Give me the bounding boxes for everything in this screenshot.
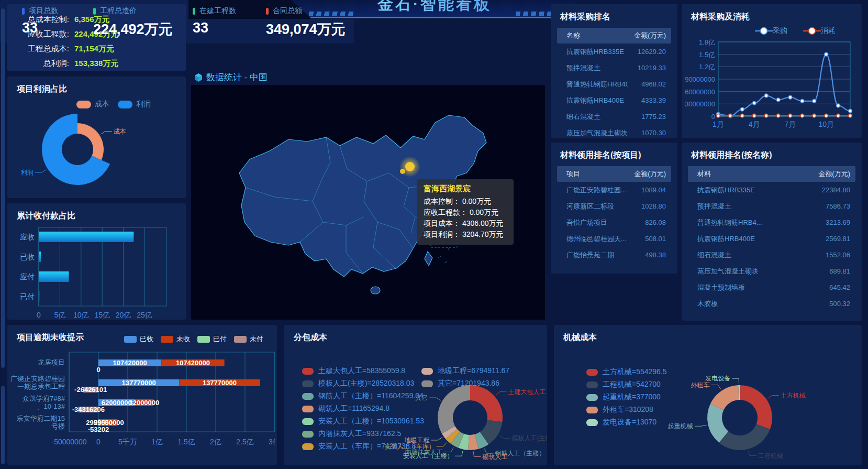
svg-text:应付: 应付 <box>20 272 35 281</box>
pie-slice-其它[interactable] <box>438 385 470 433</box>
bar-应收[interactable] <box>39 232 133 242</box>
pie-label-line <box>496 392 507 396</box>
svg-text:1月: 1月 <box>713 120 724 128</box>
legend-item-工程机械[interactable]: 工程机械=542700 <box>586 378 667 391</box>
map-title-text: 数据统计 - 中国 <box>206 71 268 83</box>
profit-legend: 成本利润 <box>76 100 159 109</box>
legend-item-钢筋人工（主楼）[interactable]: 钢筋人工（主楼）=11604259.04 <box>302 390 424 402</box>
svg-text:1.8亿: 1.8亿 <box>699 38 715 46</box>
stat-label: 在建工程数 <box>199 6 236 16</box>
svg-text:1.2亿: 1.2亿 <box>699 63 715 71</box>
left-edge-decoration-2 <box>1 386 5 464</box>
legend-item-土方机械[interactable]: 土方机械=554296.5 <box>586 366 667 378</box>
legend-item-内墙抹灰人工[interactable]: 内墙抹灰人工=9337162.5 <box>302 428 424 440</box>
project-marker-small[interactable] <box>400 169 405 174</box>
pie-slice-工程机械[interactable] <box>719 424 770 450</box>
pie-label-line <box>695 425 707 426</box>
legend-item-土建大包人工[interactable]: 土建大包人工=58355059.8 <box>302 365 424 377</box>
svg-text:32000000: 32000000 <box>129 399 159 407</box>
svg-text:62000000: 62000000 <box>102 399 132 407</box>
panel-title: 材料领用排名(按项目) <box>551 143 677 161</box>
legend-swatch-icon <box>302 380 314 387</box>
table-row: 广饶正安路碧桂园...1089.04 <box>557 182 671 198</box>
legend-item-安装人工（车库）[interactable]: 安装人工（车库）=7428738.8 <box>302 440 424 453</box>
legend-item-已收[interactable]: 已收 <box>124 334 161 344</box>
overdue-bar-chart[interactable]: -5000000005千万1亿1.5亿2亿2.5亿3亿龙居项目107420000… <box>10 348 275 463</box>
legend-item-成本[interactable]: 成本 <box>76 100 118 109</box>
svg-text:-26426101: -26426101 <box>74 386 107 394</box>
legend-swatch-icon <box>421 368 433 375</box>
legend-swatch-icon <box>586 407 598 413</box>
china-map-panel[interactable]: 富海西湖景宸 成本控制： 0.00万元应收工程款： 0.00万元项目成本： 43… <box>191 85 545 320</box>
pie-label: 土方机械 <box>781 392 806 399</box>
pie-label-line <box>101 132 112 134</box>
table-row: 普通热轧钢筋HRB4...3213.69 <box>688 214 855 231</box>
table-row: 吾悦广场项目826.08 <box>557 214 671 231</box>
table-row: 预拌混凝土7586.73 <box>688 198 855 214</box>
stat-项目总数: 项目总数33 <box>22 6 58 36</box>
stat-工程总造价: 工程总造价224,492万元 <box>93 6 173 39</box>
pie-label: 模板人工(主楼) <box>512 434 547 442</box>
pie-slice-成本[interactable] <box>77 123 104 160</box>
subcontract-legend-col1: 土建大包人工=58355059.8模板人工(主楼)=28520318.03钢筋人… <box>302 365 424 453</box>
pie-label-line <box>732 378 739 384</box>
svg-text:龙居项目: 龙居项目 <box>38 358 65 366</box>
legend-item-发电设备[interactable]: 发电设备=13070 <box>586 416 667 429</box>
kpi-label: 总利润: <box>7 59 69 69</box>
legend-item-采购[interactable]: 采购 <box>755 26 796 36</box>
left-edge-decoration <box>1 8 5 368</box>
purchase-rank-table: 名称金额(万元)抗震钢筋HRB335E12629.20预拌混凝土10219.33… <box>557 28 671 141</box>
purchase-consume-legend: 采购消耗 <box>755 26 851 36</box>
pie-slice-土建大包人工[interactable] <box>470 385 503 422</box>
legend-swatch-icon <box>302 406 314 412</box>
table-row: 混凝土预制墙板645.42 <box>688 279 855 296</box>
purchase-consume-line-chart[interactable]: 03000000060000000900000001.2亿1.5亿1.8亿1月4… <box>685 37 860 136</box>
panel-title: 机械成本 <box>554 325 862 343</box>
overdue-panel: 项目逾期未收提示 已收未收已付未付 -5000000005千万1亿1.5亿2亿2… <box>7 325 277 465</box>
line-series-采购[interactable] <box>718 54 850 116</box>
svg-text:-53202: -53202 <box>88 426 109 433</box>
bar-已付[interactable] <box>39 291 39 302</box>
table-row: 普通热轧钢筋HRB4004968.02 <box>557 76 671 92</box>
table-row: 预拌混凝土10219.33 <box>557 60 671 76</box>
legend-item-模板人工(主楼)[interactable]: 模板人工(主楼)=28520318.03 <box>302 377 424 390</box>
pie-label-line <box>711 385 721 389</box>
legend-item-外租车[interactable]: 外租车=310208 <box>586 403 667 416</box>
legend-item-起重机械[interactable]: 起重机械=377000 <box>586 391 667 403</box>
table-row: 抗震钢筋HRB335E12629.20 <box>557 43 671 60</box>
pie-label: 砌筑人工 <box>482 453 507 461</box>
kpi-row: 工程总成本:71,154万元 <box>7 42 186 56</box>
usage-by-project-table: 项目金额(万元)广饶正安路碧桂园...1089.04河康新区二标段1028.80… <box>557 166 671 263</box>
legend-item-未付[interactable]: 未付 <box>234 334 271 344</box>
legend-swatch-icon <box>124 336 137 343</box>
pie-slice-土方机械[interactable] <box>740 385 772 429</box>
legend-item-已付[interactable]: 已付 <box>197 334 234 344</box>
stat-label: 合同总额 <box>273 6 302 16</box>
legend-item-其它[interactable]: 其它=71201943.86 <box>421 377 509 390</box>
legend-item-地暖工程[interactable]: 地暖工程=6794911.67 <box>421 365 509 377</box>
legend-item-消耗[interactable]: 消耗 <box>803 26 844 36</box>
profit-ratio-panel: 项目利润占比 成本利润 成本利润 <box>7 77 186 198</box>
bar-已收[interactable] <box>39 252 41 262</box>
project-marker[interactable] <box>405 162 415 171</box>
table-row: 河康新区二标段1028.80 <box>557 198 671 214</box>
subcontract-cost-panel: 分包成本 土建大包人工=58355059.8模板人工(主楼)=28520318.… <box>284 325 547 465</box>
payments-bar-chart[interactable]: 05亿10亿15亿20亿25亿应收已收应付已付 <box>9 222 184 320</box>
stat-在建工程数: 在建工程数33 <box>193 6 236 36</box>
tooltip-row: 成本控制： 0.00万元 <box>424 196 507 207</box>
legend-item-安装人工（主楼）[interactable]: 安装人工（主楼）=10530961.53 <box>302 415 424 428</box>
legend-swatch-icon <box>197 336 210 343</box>
legend-swatch-icon <box>586 419 598 426</box>
bar-应付[interactable] <box>39 271 69 282</box>
pie-label: 外租车 <box>691 381 709 389</box>
kpi-label: 工程总成本: <box>7 44 69 54</box>
hainan-island <box>371 287 380 294</box>
legend-item-未收[interactable]: 未收 <box>161 334 197 344</box>
table-row: 抗震钢筋HRB400E4333.39 <box>557 92 671 108</box>
pie-label-line <box>35 170 46 172</box>
legend-item-利润[interactable]: 利润 <box>118 100 159 109</box>
legend-item-砌筑人工[interactable]: 砌筑人工=11165294.8 <box>302 402 424 415</box>
stat-value: 33 <box>22 20 58 36</box>
svg-text:107420000: 107420000 <box>176 359 210 367</box>
table-header: 名称金额(万元) <box>557 28 671 43</box>
